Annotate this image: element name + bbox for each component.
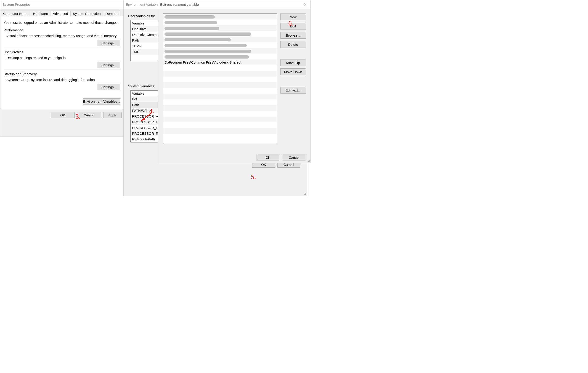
redacted-icon [165,21,217,24]
tab-system-protection[interactable]: System Protection [70,11,103,16]
performance-label: Performance [4,28,120,32]
annotation-arrow-icon [138,112,156,123]
edit-env-var-titlebar[interactable]: Edit environment variable ✕ [158,0,310,9]
performance-settings-button[interactable]: Settings... [97,40,120,46]
redacted-icon [165,33,251,36]
environment-variables-button[interactable]: Environment Variables... [83,98,120,105]
user-profiles-label: User Profiles [4,50,120,54]
advanced-tab-body: You must be logged on as an Administrato… [0,16,124,109]
redacted-icon [165,27,219,30]
edit-text-button[interactable]: Edit text... [280,87,306,94]
path-entry-empty[interactable] [163,128,277,134]
annotation-6: 6. [288,19,294,27]
path-entry-empty[interactable] [163,111,277,117]
path-entry-empty[interactable] [163,77,277,82]
browse-button[interactable]: Browse... [280,32,306,39]
annotation-3: 3. [75,112,81,120]
path-entry-empty[interactable] [163,94,277,99]
path-entry-empty[interactable] [163,88,277,94]
edit-cancel-button[interactable]: Cancel [283,154,305,161]
redacted-icon [165,50,251,53]
env-vars-title: Environment Variables [126,0,160,9]
delete-button[interactable]: Delete [280,41,306,48]
path-entry-empty[interactable] [163,99,277,105]
path-entry-empty[interactable] [163,65,277,71]
performance-desc: Visual effects, processor scheduling, me… [4,32,120,38]
close-icon[interactable]: ✕ [302,0,308,9]
tab-hardware[interactable]: Hardware [31,11,51,16]
redacted-icon [165,44,247,47]
path-entry-empty[interactable] [163,117,277,122]
system-properties-dialog: System Properties Computer Name Hardware… [0,0,124,137]
system-properties-footer: OK Cancel Apply [0,109,124,121]
user-profiles-settings-button[interactable]: Settings... [97,62,120,68]
path-entry-redacted[interactable] [163,20,277,25]
path-entry-redacted[interactable] [163,54,277,59]
tab-advanced[interactable]: Advanced [50,11,71,16]
path-entry-visible[interactable]: C:\Program Files\Common Files\Autodesk S… [163,59,277,65]
redacted-icon [165,38,231,41]
path-entry-empty[interactable] [163,105,277,111]
startup-recovery-label: Startup and Recovery [4,72,120,76]
resize-grip-icon[interactable]: ◢ [307,159,310,162]
move-down-button[interactable]: Move Down [280,68,306,75]
cancel-button[interactable]: Cancel [77,112,101,118]
move-up-button[interactable]: Move Up [280,59,306,66]
path-entry-empty[interactable] [163,122,277,128]
resize-grip-icon[interactable]: ◢ [304,192,306,195]
tab-remote[interactable]: Remote [103,11,120,16]
startup-recovery-settings-button[interactable]: Settings... [97,84,120,90]
path-entry-redacted[interactable] [163,42,277,48]
path-entry-empty[interactable] [163,134,277,140]
path-entry-empty[interactable] [163,71,277,77]
admin-note: You must be logged on as an Administrato… [4,20,120,26]
path-entry-redacted[interactable] [163,48,277,54]
startup-recovery-desc: System startup, system failure, and debu… [4,76,120,82]
edit-env-var-dialog: Edit environment variable ✕ C:\Program F… [158,0,311,163]
edit-ok-button[interactable]: OK [257,154,279,161]
system-properties-title: System Properties [2,0,31,9]
tabstrip: Computer Name Hardware Advanced System P… [0,9,124,16]
path-entry-redacted[interactable] [163,25,277,31]
apply-button: Apply [103,112,122,118]
path-entries-list[interactable]: C:\Program Files\Common Files\Autodesk S… [163,13,277,143]
path-entry-redacted[interactable] [163,14,277,20]
system-properties-titlebar[interactable]: System Properties [0,0,124,9]
edit-env-var-title: Edit environment variable [160,0,199,9]
ok-button[interactable]: OK [51,112,75,118]
path-entry-redacted[interactable] [163,37,277,42]
annotation-5: 5. [251,173,256,181]
tab-computer-name[interactable]: Computer Name [1,11,31,16]
user-profiles-desc: Desktop settings related to your sign-in [4,54,120,60]
path-entry-empty[interactable] [163,82,277,88]
redacted-icon [165,15,215,19]
edit-env-footer: OK Cancel [158,154,310,161]
path-entry-redacted[interactable] [163,31,277,37]
redacted-icon [165,55,249,59]
